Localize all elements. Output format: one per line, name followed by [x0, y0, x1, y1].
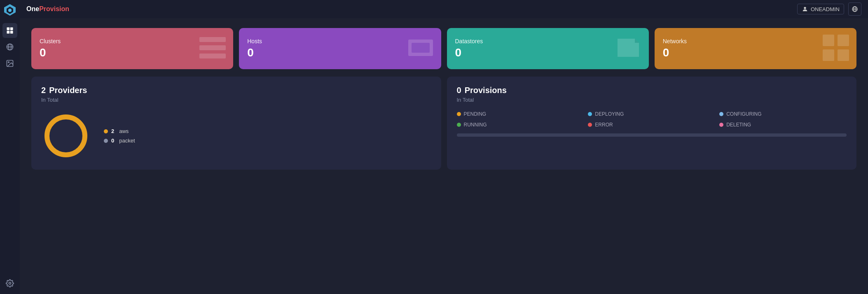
- legend-dot-packet: [104, 139, 108, 143]
- providers-title: 2 Providers: [41, 86, 431, 95]
- svg-rect-3: [7, 28, 10, 30]
- networks-icon: [819, 31, 852, 66]
- providers-title-text: Providers: [49, 86, 87, 95]
- prov-legend-configuring: CONFIGURING: [719, 111, 847, 117]
- user-button[interactable]: ONEADMIN: [797, 4, 844, 14]
- svg-rect-21: [412, 43, 430, 53]
- svg-point-26: [47, 117, 85, 155]
- svg-point-11: [8, 62, 9, 63]
- svg-rect-25: [838, 49, 849, 61]
- datastores-icon: [612, 31, 645, 66]
- topbar: OneProvision ONEADMIN: [20, 0, 868, 18]
- provisions-bar: [457, 133, 847, 137]
- providers-subtitle: In Total: [41, 97, 431, 103]
- sidebar-item-dashboard[interactable]: [2, 23, 17, 38]
- sidebar-item-globe[interactable]: [2, 40, 17, 54]
- svg-rect-17: [199, 37, 226, 42]
- svg-rect-24: [823, 49, 834, 61]
- provisions-title: 0 Provisions: [457, 86, 847, 95]
- provisions-panel: 0 Provisions In Total PENDING DEPLOYING …: [447, 77, 857, 170]
- language-button[interactable]: [848, 2, 861, 16]
- stat-card-datastores[interactable]: Datastores 0: [447, 28, 649, 69]
- svg-point-12: [9, 282, 11, 285]
- prov-legend-running: RUNNING: [457, 122, 584, 128]
- providers-panel: 2 Providers In Total 2 aws: [31, 77, 441, 170]
- user-label: ONEADMIN: [811, 6, 840, 12]
- legend-item-packet: 0 packet: [104, 138, 135, 144]
- logo[interactable]: [3, 3, 16, 16]
- donut-chart: [41, 111, 91, 161]
- svg-point-2: [8, 9, 12, 12]
- prov-dot-configuring: [719, 112, 723, 116]
- stat-cards-row: Clusters 0 Hosts 0 Datast: [31, 28, 856, 69]
- prov-dot-deleting: [719, 123, 723, 127]
- main-content: Clusters 0 Hosts 0 Datast: [20, 18, 868, 294]
- hosts-icon: [404, 31, 437, 66]
- bottom-panels: 2 Providers In Total 2 aws: [31, 77, 856, 170]
- legend-dot-aws: [104, 129, 108, 133]
- stat-card-clusters[interactable]: Clusters 0: [31, 28, 233, 69]
- clusters-icon: [196, 31, 229, 66]
- svg-rect-4: [10, 28, 13, 30]
- svg-rect-6: [10, 31, 13, 34]
- stat-card-networks[interactable]: Networks 0: [655, 28, 856, 69]
- donut-legend: 2 aws 0 packet: [104, 128, 135, 144]
- svg-point-13: [804, 7, 806, 9]
- provisions-legend: PENDING DEPLOYING CONFIGURING RUNNING ER…: [457, 111, 847, 128]
- svg-rect-22: [823, 35, 834, 46]
- svg-rect-23: [838, 35, 849, 46]
- donut-area: 2 aws 0 packet: [41, 111, 431, 161]
- prov-legend-error: ERROR: [588, 122, 715, 128]
- user-icon: [802, 6, 808, 12]
- prov-dot-deploying: [588, 112, 592, 116]
- app-title: OneProvision: [26, 5, 69, 13]
- sidebar-item-settings[interactable]: [2, 276, 17, 291]
- prov-legend-pending: PENDING: [457, 111, 584, 117]
- prov-legend-deleting: DELETING: [719, 122, 847, 128]
- legend-item-aws: 2 aws: [104, 128, 135, 134]
- prov-dot-error: [588, 123, 592, 127]
- svg-rect-18: [199, 45, 226, 50]
- prov-dot-running: [457, 123, 461, 127]
- provisions-title-text: Provisions: [465, 86, 507, 95]
- svg-rect-5: [7, 31, 10, 34]
- topbar-right: ONEADMIN: [797, 2, 861, 16]
- sidebar: [0, 0, 20, 294]
- sidebar-item-image[interactable]: [2, 56, 17, 71]
- provisions-subtitle: In Total: [457, 97, 847, 103]
- svg-rect-19: [199, 54, 226, 58]
- prov-dot-pending: [457, 112, 461, 116]
- globe-icon: [852, 6, 858, 12]
- stat-card-hosts[interactable]: Hosts 0: [239, 28, 441, 69]
- prov-legend-deploying: DEPLOYING: [588, 111, 715, 117]
